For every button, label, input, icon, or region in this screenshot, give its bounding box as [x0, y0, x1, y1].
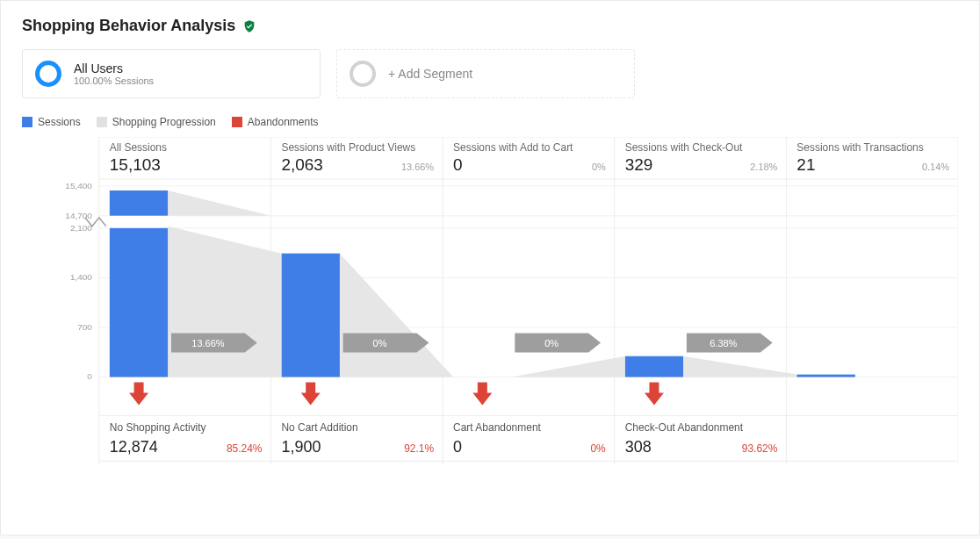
abandon-pct: 92.1% [404, 442, 434, 455]
add-segment-button[interactable]: + Add Segment [336, 49, 635, 98]
step-value: 15,103 [110, 155, 161, 174]
progression-shape [683, 356, 796, 377]
flow-pct: 13.66% [191, 338, 224, 349]
step-label: Sessions with Transactions [796, 141, 923, 154]
funnel-chart: All Sessions15,103Sessions with Product … [1, 137, 979, 535]
legend-swatch-icon [22, 117, 32, 127]
segment-all-users[interactable]: All Users 100.00% Sessions [22, 49, 321, 98]
step-label: Sessions with Check-Out [625, 141, 743, 154]
segment-sub: 100.00% Sessions [74, 75, 154, 86]
legend-progression: Shopping Progression [97, 116, 216, 128]
abandon-value: 308 [625, 438, 652, 456]
abandon-value: 1,900 [281, 438, 321, 456]
svg-rect-14 [108, 216, 170, 228]
verified-shield-icon [242, 19, 256, 33]
funnel-bar [110, 190, 169, 216]
step-value: 2,063 [281, 155, 322, 174]
segment-circle-icon [35, 61, 61, 87]
abandon-arrow-icon [129, 382, 148, 405]
step-pct: 2.18% [750, 162, 777, 172]
step-label: Sessions with Product Views [281, 141, 415, 154]
abandon-value: 12,874 [110, 438, 158, 456]
flow-pct: 0% [373, 338, 387, 349]
segment-placeholder-icon [349, 61, 376, 87]
legend-abandon: Abandonments [232, 116, 319, 128]
add-segment-label: + Add Segment [388, 67, 472, 81]
legend-swatch-icon [232, 117, 242, 127]
step-value: 21 [796, 155, 815, 174]
abandon-pct: 85.24% [227, 442, 263, 455]
flow-pct: 0% [544, 338, 558, 349]
flow-pct: 6.38% [710, 338, 737, 349]
segment-title: All Users [74, 61, 154, 75]
step-value: 329 [625, 155, 653, 174]
abandon-value: 0 [453, 438, 462, 456]
legend-swatch-icon [97, 117, 107, 127]
funnel-bar [625, 356, 684, 377]
page-title: Shopping Behavior Analysis [22, 17, 235, 35]
abandon-arrow-icon [301, 382, 321, 405]
step-pct: 0.14% [922, 162, 949, 172]
funnel-bar [796, 375, 855, 377]
segment-bar: All Users 100.00% Sessions + Add Segment [1, 44, 979, 112]
page-header: Shopping Behavior Analysis [1, 1, 979, 44]
progression-shape [340, 254, 453, 377]
abandon-arrow-icon [645, 382, 664, 405]
y-tick: 2,100 [70, 223, 92, 233]
abandon-pct: 0% [590, 442, 606, 455]
abandon-label: Check-Out Abandonment [625, 421, 744, 434]
funnel-svg: All Sessions15,103Sessions with Product … [22, 137, 958, 514]
abandon-label: No Shopping Activity [110, 421, 206, 434]
step-value: 0 [453, 155, 463, 174]
y-tick: 15,400 [65, 181, 92, 190]
step-label: All Sessions [110, 141, 167, 154]
funnel-bar [110, 226, 169, 377]
step-label: Sessions with Add to Cart [453, 141, 573, 154]
step-pct: 0% [592, 162, 606, 172]
y-tick: 14,700 [65, 211, 92, 220]
funnel-bar [281, 254, 340, 377]
abandon-label: No Cart Addition [281, 421, 357, 434]
chart-legend: Sessions Shopping Progression Abandonmen… [1, 112, 979, 137]
progression-shape [512, 356, 625, 377]
abandon-pct: 93.62% [742, 442, 778, 455]
abandon-label: Cart Abandonment [453, 421, 541, 434]
y-tick: 700 [77, 322, 92, 332]
y-tick: 0 [87, 371, 92, 381]
analytics-card: Shopping Behavior Analysis All Users 100… [0, 0, 980, 535]
y-tick: 1,400 [70, 272, 92, 282]
progression-shape [168, 226, 281, 377]
step-pct: 13.66% [401, 162, 434, 172]
legend-sessions: Sessions [22, 116, 81, 128]
abandon-arrow-icon [472, 382, 492, 405]
